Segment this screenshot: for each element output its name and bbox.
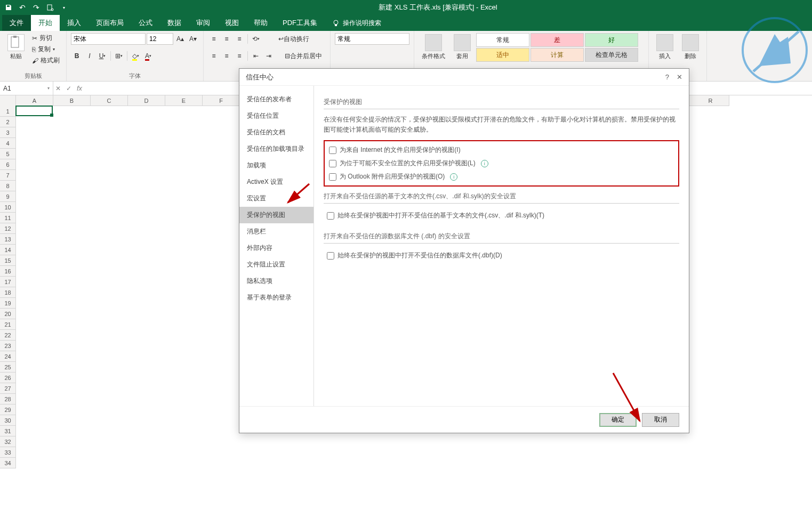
decrease-indent-icon[interactable]: ⇤ (250, 50, 262, 62)
nav-macro[interactable]: 宏设置 (239, 190, 313, 207)
close-icon[interactable]: ✕ (677, 73, 682, 81)
cancel-formula-icon[interactable]: ✕ (55, 85, 61, 92)
row-header[interactable]: 6 (0, 159, 16, 170)
delete-cells-button[interactable]: 删除 (679, 33, 702, 61)
nav-activex[interactable]: ActiveX 设置 (239, 174, 313, 190)
number-format-select[interactable] (335, 33, 409, 45)
name-box[interactable]: A1 ▾ (0, 82, 53, 95)
align-center-icon[interactable]: ≡ (221, 50, 232, 62)
increase-indent-icon[interactable]: ⇥ (263, 50, 275, 62)
row-header[interactable]: 3 (0, 127, 16, 138)
col-header[interactable]: A (16, 95, 53, 106)
tab-formulas[interactable]: 公式 (131, 15, 160, 31)
conditional-format-button[interactable]: 条件格式 (419, 33, 448, 61)
row-header[interactable]: 8 (0, 181, 16, 191)
nav-trusted-addin-catalogs[interactable]: 受信任的加载项目录 (239, 141, 313, 157)
nav-form-login[interactable]: 基于表单的登录 (239, 289, 313, 306)
row-header[interactable]: 13 (0, 234, 16, 245)
style-calc[interactable]: 计算 (530, 48, 584, 62)
underline-button[interactable]: U▾ (97, 50, 108, 62)
nav-addins[interactable]: 加载项 (239, 157, 313, 174)
align-top-icon[interactable]: ≡ (208, 33, 220, 45)
row-header[interactable]: 28 (0, 394, 16, 404)
row-header[interactable]: 18 (0, 287, 16, 298)
insert-cells-button[interactable]: 插入 (653, 33, 677, 61)
row-header[interactable]: 9 (0, 191, 16, 202)
paste-button[interactable]: 粘贴 (4, 33, 28, 61)
fx-icon[interactable]: fx (77, 84, 82, 92)
row-header[interactable]: 12 (0, 223, 16, 234)
align-bottom-icon[interactable]: ≡ (234, 33, 245, 45)
active-cell[interactable] (15, 106, 53, 116)
row-header[interactable]: 16 (0, 266, 16, 277)
style-normal[interactable]: 常规 (476, 33, 529, 47)
copy-button[interactable]: ⎘ 复制 ▾ (30, 44, 62, 54)
col-header[interactable]: F (203, 95, 240, 106)
nav-message-bar[interactable]: 消息栏 (239, 223, 313, 240)
style-check[interactable]: 检查单元格 (585, 48, 638, 62)
format-as-table-button[interactable]: 套用 (451, 33, 474, 61)
fill-color-button[interactable]: ◇▾ (130, 50, 141, 62)
font-size-select[interactable] (147, 33, 173, 45)
row-header[interactable]: 23 (0, 341, 16, 351)
style-neutral[interactable]: 适中 (476, 48, 529, 62)
tab-help[interactable]: 帮助 (246, 15, 275, 31)
nav-external-content[interactable]: 外部内容 (239, 240, 313, 256)
row-header[interactable]: 34 (0, 458, 16, 468)
row-header[interactable]: 31 (0, 426, 16, 436)
tab-review[interactable]: 审阅 (189, 15, 218, 31)
wrap-text-button[interactable]: ↩ 自动换行 (275, 33, 313, 45)
font-name-select[interactable] (71, 33, 146, 45)
row-header[interactable]: 1 (0, 106, 16, 117)
print-preview-icon[interactable] (46, 3, 54, 12)
redo-icon[interactable]: ↷ (32, 3, 41, 12)
merge-center-button[interactable]: ⊟ 合并后居中 (281, 50, 326, 62)
style-bad[interactable]: 差 (530, 33, 584, 47)
row-header[interactable]: 24 (0, 351, 16, 362)
help-icon[interactable]: ? (665, 73, 669, 81)
row-header[interactable]: 26 (0, 373, 16, 383)
cancel-button[interactable]: 取消 (642, 413, 679, 427)
row-header[interactable]: 32 (0, 436, 16, 447)
row-header[interactable]: 19 (0, 298, 16, 309)
undo-icon[interactable]: ↶ (18, 3, 27, 12)
checkbox-unsafe-locations[interactable]: 为位于可能不安全位置的文件启用受保护视图(L) i (326, 157, 677, 170)
nav-file-block[interactable]: 文件阻止设置 (239, 256, 313, 273)
italic-button[interactable]: I (84, 50, 95, 62)
row-header[interactable]: 15 (0, 255, 16, 266)
row-header[interactable]: 11 (0, 213, 16, 223)
col-header[interactable]: C (91, 95, 128, 106)
save-icon[interactable] (4, 3, 13, 12)
style-good[interactable]: 好 (585, 33, 638, 47)
align-left-icon[interactable]: ≡ (208, 50, 220, 62)
col-header[interactable]: E (165, 95, 203, 106)
info-icon[interactable]: i (450, 173, 457, 181)
orientation-icon[interactable]: ⟲▾ (250, 33, 262, 45)
info-icon[interactable]: i (481, 160, 488, 167)
row-header[interactable]: 5 (0, 149, 16, 159)
tab-pdf[interactable]: PDF工具集 (275, 15, 325, 31)
increase-font-icon[interactable]: A▴ (174, 33, 186, 45)
format-painter-button[interactable]: 🖌 格式刷 (30, 55, 62, 66)
checkbox-dbf-files[interactable]: 始终在受保护的视图中打开不受信任的数据库文件(.dbf)(D) (324, 249, 679, 262)
align-middle-icon[interactable]: ≡ (221, 33, 232, 45)
decrease-font-icon[interactable]: A▾ (187, 33, 199, 45)
cut-button[interactable]: ✂ 剪切 (30, 33, 62, 43)
row-header[interactable]: 29 (0, 404, 16, 415)
nav-trusted-documents[interactable]: 受信任的文档 (239, 124, 313, 141)
nav-privacy[interactable]: 隐私选项 (239, 273, 313, 289)
tell-me-search[interactable]: 操作说明搜索 (325, 15, 389, 31)
checkbox-outlook-attachments[interactable]: 为 Outlook 附件启用受保护的视图(O) i (326, 170, 677, 183)
tab-file[interactable]: 文件 (2, 15, 31, 31)
col-header[interactable]: R (692, 95, 729, 106)
row-header[interactable]: 17 (0, 277, 16, 287)
qat-dropdown-icon[interactable]: ▾ (60, 3, 68, 12)
nav-protected-view[interactable]: 受保护的视图 (239, 207, 313, 223)
tab-data[interactable]: 数据 (160, 15, 189, 31)
border-button[interactable]: ⊞▾ (113, 50, 125, 62)
row-header[interactable]: 25 (0, 362, 16, 373)
row-header[interactable]: 10 (0, 202, 16, 213)
row-header[interactable]: 30 (0, 415, 16, 426)
nav-trusted-locations[interactable]: 受信任位置 (239, 108, 313, 124)
ok-button[interactable]: 确定 (599, 413, 637, 427)
